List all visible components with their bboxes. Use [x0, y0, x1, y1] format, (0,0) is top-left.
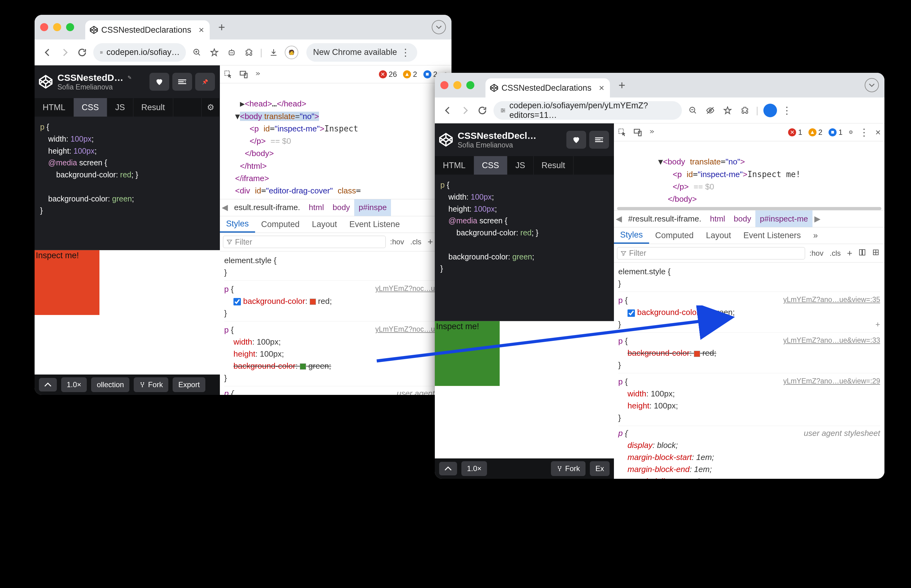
- error-badge[interactable]: ✕26: [379, 70, 397, 79]
- inspect-target-red[interactable]: Inspect me!: [35, 250, 99, 315]
- zoom-window-button[interactable]: [466, 81, 474, 89]
- subtab-styles[interactable]: Styles: [220, 216, 255, 233]
- view-toggle-button[interactable]: [589, 131, 609, 149]
- fork-button[interactable]: Fork: [134, 377, 168, 392]
- device-toggle-icon[interactable]: [239, 70, 248, 79]
- forward-button[interactable]: [459, 104, 471, 116]
- inspect-target-green[interactable]: Inspect me!: [435, 321, 500, 386]
- error-badge[interactable]: ✕1: [788, 128, 802, 137]
- close-window-button[interactable]: [440, 81, 448, 89]
- hov-toggle[interactable]: :hov: [388, 237, 406, 246]
- download-icon[interactable]: [267, 46, 280, 59]
- browser-tab[interactable]: CSSNestedDeclarations ×: [85, 20, 210, 39]
- back-button[interactable]: [41, 46, 54, 59]
- crumb-body[interactable]: body: [729, 210, 755, 227]
- tab-html[interactable]: HTML: [35, 98, 74, 116]
- tab-result[interactable]: Result: [133, 98, 173, 116]
- dom-tree[interactable]: ▶<head>…</head> ▼<body translate="no"> <…: [220, 83, 451, 199]
- view-toggle-button[interactable]: [172, 73, 192, 91]
- address-bar[interactable]: codepen.io/sofiay…: [93, 43, 186, 62]
- dom-tree[interactable]: ▼<body translate="no"> <p id="inspect-me…: [614, 141, 885, 207]
- zoom-control[interactable]: 1.0×: [61, 377, 87, 392]
- tab-css[interactable]: CSS: [74, 98, 107, 116]
- extensions-icon[interactable]: [243, 46, 255, 59]
- browser-tab[interactable]: CSSNestedDeclarations ×: [485, 78, 610, 97]
- info-badge[interactable]: ■1: [828, 128, 843, 137]
- tab-js[interactable]: JS: [507, 156, 533, 174]
- window-dropdown-icon[interactable]: [865, 78, 879, 92]
- subtab-computed[interactable]: Computed: [255, 216, 306, 233]
- crumb-left-icon[interactable]: ◀: [614, 214, 624, 224]
- address-bar[interactable]: codepen.io/sofiayem/pen/yLmYEmZ?editors=…: [493, 101, 682, 120]
- minimize-window-button[interactable]: [453, 81, 461, 89]
- pin-button[interactable]: 📌: [195, 73, 215, 91]
- back-button[interactable]: [442, 104, 454, 116]
- minimize-window-button[interactable]: [53, 23, 61, 31]
- tab-js[interactable]: JS: [107, 98, 133, 116]
- close-window-button[interactable]: [40, 23, 48, 31]
- profile-avatar[interactable]: 🧑: [285, 46, 298, 59]
- device-toggle-icon[interactable]: [633, 128, 642, 137]
- cls-toggle[interactable]: .cls: [828, 249, 843, 258]
- bookmark-icon[interactable]: [208, 46, 220, 59]
- css-editor[interactable]: p { width: 100px; height: 100px; @media …: [35, 116, 220, 250]
- styles-filter-input[interactable]: Filter: [223, 236, 386, 248]
- menu-icon[interactable]: ⋮: [782, 105, 792, 116]
- editor-settings-icon[interactable]: ⚙: [201, 98, 220, 116]
- subtab-styles[interactable]: Styles: [614, 227, 649, 244]
- styles-filter-input[interactable]: Filter: [617, 247, 805, 260]
- devtools-settings-icon[interactable]: ⚙: [849, 129, 853, 135]
- window-dropdown-icon[interactable]: [432, 20, 446, 34]
- css-rules[interactable]: element.style {} p { yLmYEmZ?ano…ue&view…: [614, 263, 885, 479]
- tab-html[interactable]: HTML: [435, 156, 474, 174]
- devtools-menu-icon[interactable]: ⋮: [859, 126, 869, 138]
- inspect-element-icon[interactable]: [224, 70, 233, 79]
- new-rule-icon[interactable]: +: [426, 237, 435, 247]
- subtab-more-icon[interactable]: »: [807, 227, 824, 244]
- crumb-right-icon[interactable]: ▶: [812, 214, 822, 224]
- tab-css[interactable]: CSS: [474, 156, 508, 174]
- profile-avatar[interactable]: [763, 103, 777, 117]
- reload-button[interactable]: [76, 46, 88, 59]
- zoom-control[interactable]: 1.0×: [461, 461, 487, 476]
- crumb-p[interactable]: p#inspect-me: [755, 210, 812, 227]
- hov-toggle[interactable]: :hov: [807, 249, 825, 258]
- devtools-close-icon[interactable]: ×: [875, 127, 881, 137]
- new-tab-button[interactable]: +: [218, 21, 225, 34]
- close-tab-icon[interactable]: ×: [199, 25, 204, 35]
- warning-badge[interactable]: ▲2: [403, 70, 417, 79]
- add-property-icon[interactable]: +: [875, 318, 880, 330]
- css-rules[interactable]: element.style {} p { yLmYEmZ?noc…ue&v ba…: [220, 251, 451, 395]
- more-tabs-icon[interactable]: [648, 129, 655, 136]
- css-editor[interactable]: p { width: 100px; height: 100px; @media …: [435, 174, 614, 321]
- ai-icon[interactable]: [225, 46, 238, 59]
- more-tabs-icon[interactable]: [254, 71, 261, 78]
- fork-button[interactable]: Fork: [551, 461, 585, 476]
- close-tab-icon[interactable]: ×: [599, 83, 605, 93]
- warning-badge[interactable]: ▲2: [809, 128, 822, 137]
- crumb-html[interactable]: html: [305, 199, 328, 216]
- rule-checkbox[interactable]: [233, 298, 241, 305]
- crumb-iframe[interactable]: #result.result-iframe.: [624, 210, 706, 227]
- forward-button[interactable]: [59, 46, 71, 59]
- export-button[interactable]: Export: [173, 377, 205, 392]
- subtab-computed[interactable]: Computed: [649, 227, 700, 244]
- subtab-layout[interactable]: Layout: [700, 227, 737, 244]
- cls-toggle[interactable]: .cls: [408, 237, 423, 246]
- crumb-body[interactable]: body: [328, 199, 354, 216]
- eye-off-icon[interactable]: [704, 104, 716, 116]
- breadcrumb[interactable]: ◀ #result.result-iframe. html body p#ins…: [614, 210, 885, 227]
- tab-result[interactable]: Result: [533, 156, 574, 174]
- new-tab-button[interactable]: +: [619, 79, 625, 92]
- scroll-thumb[interactable]: [617, 207, 881, 210]
- subtab-layout[interactable]: Layout: [306, 216, 343, 233]
- computed-sidebar-icon[interactable]: [857, 249, 868, 258]
- new-rule-icon[interactable]: +: [845, 248, 854, 258]
- zoom-icon[interactable]: [191, 46, 203, 59]
- edit-title-icon[interactable]: ✎: [128, 75, 131, 81]
- crumb-left-icon[interactable]: ◀: [220, 203, 230, 212]
- rule-checkbox[interactable]: [627, 309, 635, 317]
- breadcrumb[interactable]: ◀ esult.result-iframe. html body p#inspe: [220, 199, 451, 216]
- subtab-events[interactable]: Event Listeners: [737, 227, 807, 244]
- new-chrome-chip[interactable]: New Chrome available⋮: [306, 43, 418, 62]
